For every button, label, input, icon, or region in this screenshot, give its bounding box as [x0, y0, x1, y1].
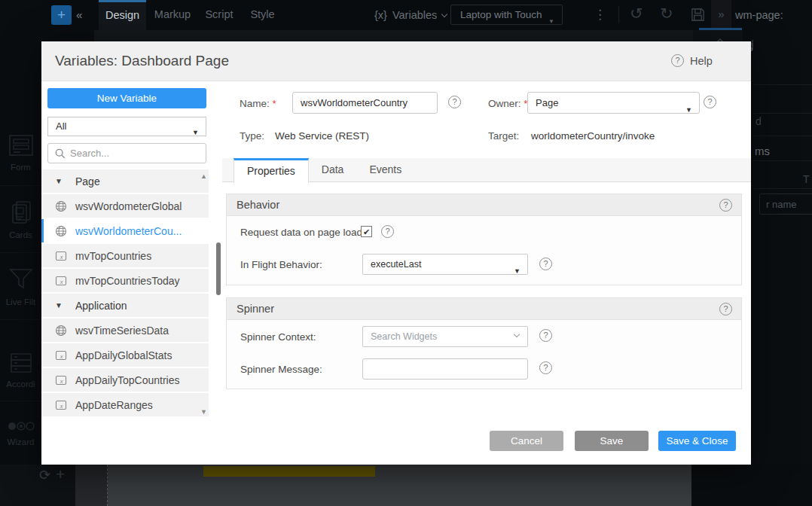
dock-item-label: Wizard [8, 437, 35, 447]
panel-name-input[interactable] [759, 194, 812, 215]
tree-item-selected[interactable]: wsvWorldometerCou... [41, 219, 209, 242]
wavemaker-studio: + « Design Markup Script Style {x} Varia… [0, 0, 812, 506]
variable-filter-select[interactable]: All ▼ [47, 117, 206, 136]
request-data-label: Request data on page load [240, 227, 362, 238]
model-variable-icon: x [55, 374, 67, 386]
accordion-icon [8, 352, 34, 374]
save-and-close-button[interactable]: Save & Close [658, 431, 736, 451]
design-canvas[interactable] [108, 465, 691, 506]
dock-item-cards[interactable]: Cards [0, 186, 41, 253]
tree-item[interactable]: wsvTimeSeriesData [41, 319, 209, 342]
bottom-right-panel [691, 465, 812, 506]
toolbar-divider [618, 6, 619, 23]
help-icon[interactable]: ? [539, 361, 552, 374]
caret-down-icon: ▼ [685, 100, 692, 120]
canvas-gutter [75, 465, 108, 506]
redo-icon[interactable]: ↻ [660, 5, 673, 23]
variable-name-input[interactable] [292, 92, 438, 114]
spinner-message-input[interactable] [362, 358, 528, 380]
tab-script[interactable]: Script [197, 0, 242, 30]
tab-design[interactable]: Design [99, 0, 146, 30]
web-service-icon [55, 200, 67, 212]
tab-style[interactable]: Style [242, 0, 283, 30]
tree-item[interactable]: x AppDateRanges [41, 393, 209, 416]
name-label: Name: * [240, 98, 276, 109]
variables-tree: ▼ Page wsvWordometerGlobal wsvWorldomete… [41, 169, 209, 418]
sidebar-scrollbar-thumb[interactable] [216, 242, 221, 295]
variables-menu[interactable]: {x} Variables [374, 0, 447, 30]
refresh-icon[interactable]: ⟳ [39, 467, 50, 483]
tree-item[interactable]: wsvWordometerGlobal [41, 194, 209, 218]
dock-item-accordion[interactable]: Accordi [0, 340, 41, 401]
device-select-value: Laptop with Touch [460, 9, 542, 20]
caret-down-icon: ▼ [514, 261, 520, 281]
spinner-context-combobox[interactable]: Search Widgets [362, 326, 528, 347]
owner-select[interactable]: Page ▼ [527, 92, 700, 114]
help-icon[interactable]: ? [448, 96, 461, 108]
variable-search [47, 143, 206, 163]
cards-icon [8, 200, 34, 225]
add-widget-button[interactable]: + [51, 5, 72, 25]
canvas-widget-highlight[interactable] [203, 466, 375, 477]
page-badge: wm-page: page1 [735, 0, 812, 30]
dock-item-form[interactable]: Form [0, 119, 41, 186]
help-icon[interactable]: ? [704, 96, 716, 108]
svg-text:x: x [60, 278, 63, 285]
tree-collapse-icon[interactable]: ▼ [55, 177, 67, 185]
expand-right-icon[interactable]: » [711, 0, 731, 30]
tab-markup[interactable]: Markup [148, 0, 197, 30]
kebab-menu-icon[interactable]: ⋮ [594, 7, 606, 23]
tree-collapse-icon[interactable]: ▼ [55, 301, 67, 309]
variables-dialog: Variables: Dashboard Page ? Help New Var… [41, 41, 751, 465]
search-input[interactable] [70, 148, 191, 159]
spinner-section: Spinner ? Spinner Context: Search Widget… [226, 297, 742, 389]
tree-item[interactable]: x AppDailyGlobalStats [41, 343, 209, 367]
panel-text-fragment: T [803, 173, 810, 185]
tree-item[interactable]: x mvTopCountriesToday [41, 269, 209, 292]
help-link[interactable]: ? Help [671, 54, 713, 67]
inflight-behavior-label: In Flight Behavior: [240, 259, 322, 270]
tab-properties[interactable]: Properties [234, 158, 309, 183]
undo-icon[interactable]: ↺ [630, 5, 643, 23]
svg-text:x: x [60, 253, 63, 260]
scroll-down-icon[interactable]: ▼ [200, 408, 207, 416]
tab-data[interactable]: Data [309, 158, 357, 182]
tree-item[interactable]: x mvTopCountries [41, 244, 209, 267]
save-button[interactable]: Save [575, 431, 649, 451]
help-icon[interactable]: ? [719, 303, 732, 315]
tree-item[interactable]: x AppDailyTopCountries [41, 368, 209, 392]
form-icon [8, 133, 35, 157]
device-select[interactable]: Laptop with Touch ▼ [450, 5, 563, 25]
web-service-icon [55, 325, 67, 337]
search-icon [55, 148, 66, 159]
help-icon[interactable]: ? [539, 258, 552, 270]
dock-item-wizard[interactable]: Wizard [0, 401, 41, 465]
tab-events[interactable]: Events [356, 158, 414, 182]
dock-item-live-filter[interactable]: Live Filt [0, 253, 41, 320]
dock-item-label: Live Filt [6, 297, 36, 306]
tree-group-application[interactable]: ▼ Application [41, 294, 209, 317]
save-icon[interactable] [690, 7, 706, 26]
model-variable-icon: x [55, 250, 67, 262]
scroll-up-icon[interactable]: ▲ [200, 172, 207, 180]
properties-panel-clipped: d ms T [753, 30, 812, 467]
inflight-behavior-select[interactable]: executeLast ▼ [362, 254, 528, 275]
dialog-header: Variables: Dashboard Page ? Help [41, 41, 751, 81]
collapse-left-icon[interactable]: « [76, 8, 82, 21]
cancel-button[interactable]: Cancel [490, 431, 563, 451]
tree-group-page[interactable]: ▼ Page [41, 169, 209, 193]
help-icon[interactable]: ? [381, 225, 394, 238]
help-icon[interactable]: ? [719, 199, 732, 212]
widget-dock: Form Cards Live Filt Accordi [0, 30, 41, 465]
add-icon[interactable]: + [56, 465, 65, 483]
spinner-context-placeholder: Search Widgets [371, 331, 437, 342]
dock-item-label: Form [11, 163, 31, 172]
help-icon[interactable]: ? [539, 329, 552, 342]
dock-item-label: Cards [9, 230, 32, 239]
panel-text-fragment: d [756, 115, 762, 127]
new-variable-button[interactable]: New Variable [47, 88, 206, 108]
bottom-left-panel: ⟳ + ure [0, 465, 75, 506]
caret-down-icon: ▼ [192, 123, 199, 142]
model-variable-icon: x [55, 399, 67, 411]
request-data-checkbox[interactable]: ✔ [361, 226, 372, 237]
